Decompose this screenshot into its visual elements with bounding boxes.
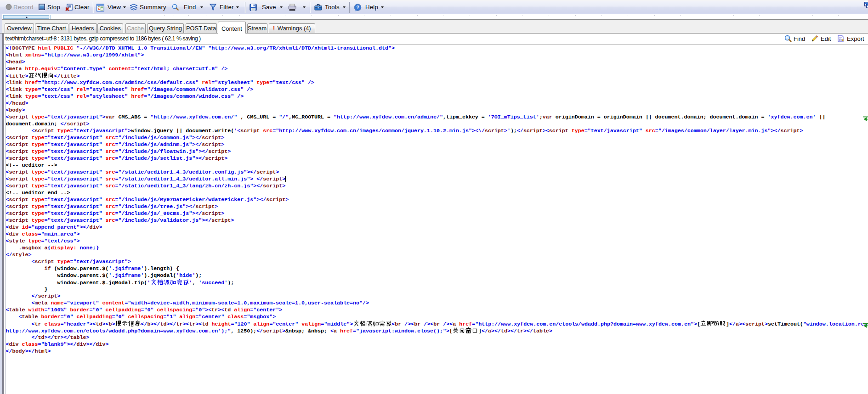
svg-text:?: ?	[356, 5, 359, 10]
